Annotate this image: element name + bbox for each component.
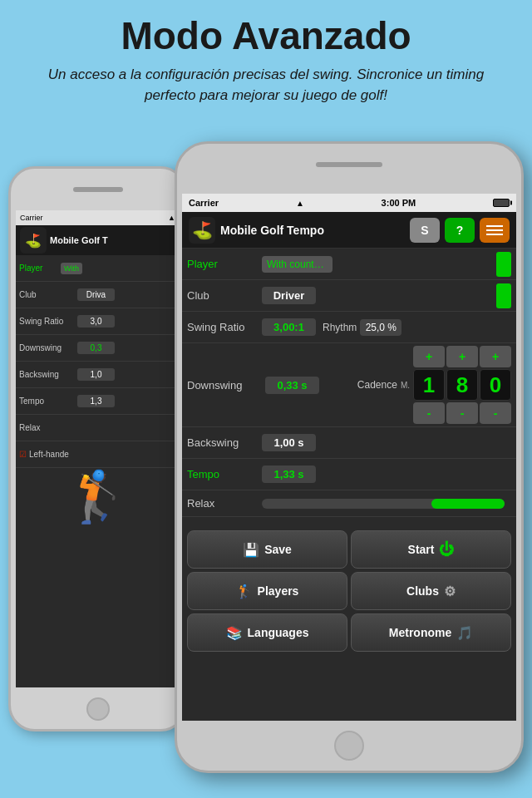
back-swingr-label: Swing Ratio	[19, 317, 77, 326]
keypad-col-1: + 1 -	[413, 346, 445, 424]
keypad-digit-1: 1	[413, 369, 445, 401]
back-lefthanded-label: Left-hande	[29, 450, 69, 459]
keypad-plus-3[interactable]: +	[480, 346, 511, 367]
front-app-title-text: Mobile Golf Tempo	[220, 224, 405, 237]
menu-button[interactable]	[480, 218, 510, 243]
back-home-button[interactable]	[86, 697, 110, 721]
front-phone: Carrier ▲ 3:00 PM ⛳ Mobile Golf Tempo S …	[175, 141, 524, 773]
tempo-value[interactable]: 1,33 s	[262, 466, 316, 483]
page-title: Modo Avanzado	[17, 15, 515, 57]
back-downswing-label: Downswing	[19, 343, 77, 352]
back-tempo-row: Tempo 1,3	[16, 388, 180, 415]
back-relax-label: Relax	[19, 423, 77, 432]
keypad-digit-2: 8	[446, 369, 478, 401]
front-app-logo: ⛳	[189, 217, 215, 244]
settings-icon: S	[421, 224, 428, 237]
keypad-minus-2[interactable]: -	[446, 402, 478, 424]
downswing-row: Downswing 0,33 s Cadence M. + 1 -	[182, 343, 516, 427]
front-phone-screen: Carrier ▲ 3:00 PM ⛳ Mobile Golf Tempo S …	[182, 194, 516, 721]
keypad-col-3: + 0 -	[480, 346, 511, 424]
clubs-icon: ⚙	[444, 584, 456, 599]
players-button[interactable]: 🏌 Players	[187, 572, 347, 610]
relax-fill	[431, 499, 505, 509]
rhythm-value[interactable]: 25,0 %	[360, 319, 401, 336]
back-app-header: ⛳ Mobile Golf T	[16, 225, 180, 255]
back-player-value: With	[61, 263, 82, 274]
back-lefthanded-row: ☑ Left-hande	[16, 441, 180, 468]
back-phone-screen: Carrier ▲ ⛳ Mobile Golf T Player With Cl…	[16, 210, 180, 687]
club-row: Club Driver	[182, 280, 516, 312]
back-tempo-label: Tempo	[19, 397, 77, 406]
keypad-minus-1[interactable]: -	[413, 402, 445, 424]
save-button[interactable]: 💾 Save	[187, 530, 347, 569]
back-carrier: Carrier	[20, 214, 43, 222]
button-row-1: 💾 Save Start ⏻	[187, 530, 511, 569]
back-swingr-row: Swing Ratio 3,0	[16, 308, 180, 335]
tempo-row: Tempo 1,33 s	[182, 459, 516, 490]
menu-line-2	[486, 229, 503, 231]
back-backswing-label: Backswing	[19, 370, 77, 379]
menu-line-1	[486, 225, 503, 227]
back-club-value: Driva	[77, 288, 115, 301]
keypad-section: + 1 - + 8 - + 0	[413, 346, 511, 424]
save-icon: 💾	[243, 542, 259, 558]
downswing-value[interactable]: 0,33 s	[265, 377, 319, 394]
backswing-row: Backswing 1,00 s	[182, 427, 516, 459]
page-subtitle: Un acceso a la configuración precisas de…	[17, 64, 515, 106]
back-downswing-row: Downswing 0,3	[16, 335, 180, 362]
settings-button[interactable]: S	[410, 218, 440, 243]
club-indicator	[496, 283, 511, 308]
languages-label: Languages	[248, 626, 309, 639]
front-golfer-icon: ⛳	[192, 220, 213, 240]
menu-line-3	[486, 234, 503, 235]
back-club-row: Club Driva	[16, 282, 180, 308]
button-row-3: 📚 Languages Metronome 🎵	[187, 613, 511, 652]
swing-ratio-label: Swing Ratio	[187, 321, 262, 333]
button-row-2: 🏌 Players Clubs ⚙	[187, 572, 511, 610]
cadence-label: Cadence	[357, 379, 397, 391]
keypad-plus-2[interactable]: +	[446, 346, 478, 367]
swing-ratio-value[interactable]: 3,00:1	[262, 318, 316, 336]
back-app-title-text: Mobile Golf T	[50, 235, 108, 245]
back-relax-row: Relax	[16, 415, 180, 441]
keypad-col-2: + 8 -	[446, 346, 478, 424]
relax-slider[interactable]	[262, 499, 505, 509]
back-tempo-value: 1,3	[77, 395, 115, 407]
keypad-digit-3: 0	[480, 369, 511, 401]
back-player-label: Player	[19, 264, 61, 273]
club-value[interactable]: Driver	[262, 287, 316, 304]
start-icon: ⏻	[439, 541, 454, 559]
front-time: 3:00 PM	[382, 198, 416, 208]
downswing-right: Cadence M. + 1 - + 8	[357, 346, 511, 424]
front-wifi-icon: ▲	[296, 199, 304, 208]
cadence-m-label: M.	[401, 381, 410, 390]
keypad-minus-3[interactable]: -	[480, 402, 511, 424]
front-app-content: Player With countdown before the Club Dr…	[182, 249, 516, 655]
back-status-bar: Carrier ▲	[16, 210, 180, 225]
front-battery	[493, 199, 510, 207]
front-home-button[interactable]	[334, 731, 364, 761]
player-value[interactable]: With countdown before the	[262, 256, 332, 273]
back-backswing-row: Backswing 1,0	[16, 362, 180, 388]
bottom-buttons: 💾 Save Start ⏻ 🏌 Players	[182, 525, 516, 655]
downswing-label: Downswing	[187, 379, 262, 392]
front-carrier: Carrier	[189, 198, 219, 208]
keypad-plus-1[interactable]: +	[413, 346, 445, 367]
back-player-row: Player With	[16, 255, 180, 282]
metronome-button[interactable]: Metronome 🎵	[351, 613, 511, 652]
start-button[interactable]: Start ⏻	[351, 530, 511, 569]
player-row: Player With countdown before the	[182, 249, 516, 280]
back-golfer-figure: 🏌	[16, 472, 180, 522]
backswing-value[interactable]: 1,00 s	[262, 434, 316, 451]
help-button[interactable]: ?	[445, 218, 475, 243]
back-swingr-value: 3,0	[77, 315, 115, 328]
front-status-bar: Carrier ▲ 3:00 PM	[182, 194, 516, 212]
back-app-logo: ⛳	[20, 227, 47, 254]
back-checkbox-icon: ☑	[19, 450, 27, 459]
club-label: Club	[187, 289, 262, 302]
clubs-button[interactable]: Clubs ⚙	[351, 572, 511, 610]
languages-button[interactable]: 📚 Languages	[187, 613, 347, 652]
back-app-content: Player With Club Driva Swing Ratio 3,0 D…	[16, 255, 180, 522]
player-indicator	[496, 252, 511, 277]
back-phone: Carrier ▲ ⛳ Mobile Golf T Player With Cl…	[8, 166, 187, 732]
